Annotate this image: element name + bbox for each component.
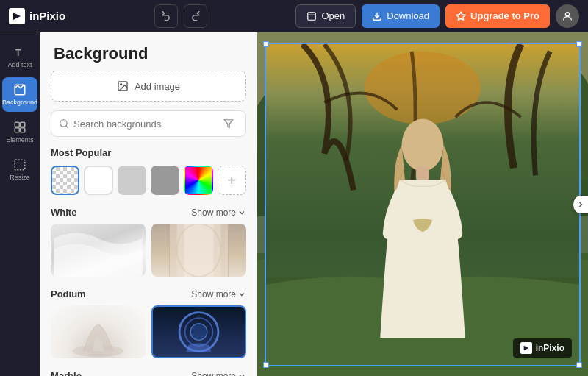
main-area: T Add text Background Elements Resize Ba… bbox=[0, 32, 588, 376]
svg-marker-16 bbox=[224, 120, 233, 128]
handle-bl[interactable] bbox=[263, 362, 269, 368]
logo: inPixio bbox=[9, 8, 65, 24]
show-more-white[interactable]: Show more bbox=[191, 207, 246, 218]
sidebar-item-background[interactable]: Background bbox=[2, 77, 37, 112]
category-podium-header: Podium Show more bbox=[51, 288, 246, 299]
panel-title: Background bbox=[54, 44, 243, 63]
svg-rect-34 bbox=[416, 166, 429, 180]
background-panel: Background Add image Most Popular + bbox=[40, 32, 257, 376]
topbar-left: inPixio bbox=[9, 8, 65, 24]
bg-thumb-podium-2[interactable] bbox=[151, 305, 246, 358]
handle-br[interactable] bbox=[576, 362, 582, 368]
search-bar bbox=[51, 110, 246, 137]
svg-rect-1 bbox=[308, 12, 316, 20]
svg-point-33 bbox=[402, 118, 444, 171]
sidebar-label-add-text: Add text bbox=[7, 61, 32, 68]
svg-marker-3 bbox=[456, 12, 465, 20]
svg-point-13 bbox=[121, 84, 122, 85]
canvas-area: inPixio bbox=[257, 32, 588, 376]
svg-rect-19 bbox=[184, 224, 214, 277]
handle-tl[interactable] bbox=[263, 41, 269, 47]
add-image-label: Add image bbox=[135, 81, 180, 92]
topbar-right: Open Download Upgrade to Pro bbox=[295, 4, 579, 28]
handle-tr[interactable] bbox=[576, 41, 582, 47]
watermark-icon bbox=[520, 342, 532, 354]
swatch-darkgray[interactable] bbox=[151, 166, 179, 195]
download-button[interactable]: Download bbox=[362, 4, 440, 28]
category-white-header: White Show more bbox=[51, 207, 246, 218]
watermark: inPixio bbox=[513, 338, 572, 358]
download-label: Download bbox=[387, 10, 429, 21]
svg-rect-10 bbox=[21, 128, 25, 132]
svg-point-31 bbox=[365, 51, 481, 124]
svg-text:T: T bbox=[15, 48, 21, 58]
swatch-rainbow[interactable] bbox=[184, 166, 212, 195]
logo-text: inPixio bbox=[29, 10, 65, 22]
open-button[interactable]: Open bbox=[295, 4, 356, 28]
panel-content: Add image Most Popular + White bbox=[40, 71, 257, 376]
swatch-white[interactable] bbox=[84, 166, 112, 195]
bg-thumb-white-1[interactable] bbox=[51, 224, 146, 277]
sidebar-label-elements: Elements bbox=[6, 136, 34, 143]
svg-rect-7 bbox=[15, 122, 19, 127]
show-more-podium[interactable]: Show more bbox=[191, 289, 246, 299]
color-swatches: + bbox=[51, 166, 246, 195]
svg-point-14 bbox=[60, 120, 67, 127]
category-podium-label: Podium bbox=[51, 288, 86, 299]
sidebar-item-add-text[interactable]: T Add text bbox=[2, 40, 37, 74]
white-backgrounds-grid bbox=[51, 224, 246, 277]
svg-rect-8 bbox=[21, 122, 25, 127]
svg-point-26 bbox=[190, 324, 207, 341]
open-label: Open bbox=[321, 10, 345, 21]
swatch-lightgray[interactable] bbox=[118, 166, 146, 195]
podium-backgrounds-grid bbox=[51, 305, 246, 358]
category-marble-header: Marble Show more bbox=[51, 370, 246, 376]
redo-button[interactable] bbox=[184, 4, 207, 28]
swatch-transparent[interactable] bbox=[51, 166, 79, 195]
logo-icon bbox=[9, 8, 25, 24]
canvas-image[interactable]: inPixio bbox=[265, 43, 581, 366]
watermark-text: inPixio bbox=[536, 343, 564, 353]
canvas-right-arrow[interactable] bbox=[573, 196, 588, 213]
svg-marker-0 bbox=[13, 13, 21, 20]
upgrade-label: Upgrade to Pro bbox=[470, 10, 539, 21]
most-popular-title: Most Popular bbox=[51, 147, 246, 158]
add-image-button[interactable]: Add image bbox=[51, 71, 246, 102]
sidebar-icons: T Add text Background Elements Resize bbox=[0, 32, 40, 376]
svg-rect-9 bbox=[15, 128, 19, 132]
bg-thumb-podium-1[interactable] bbox=[51, 305, 146, 358]
bg-thumb-white-2[interactable] bbox=[151, 224, 246, 277]
user-avatar[interactable] bbox=[556, 4, 579, 28]
search-icon bbox=[59, 118, 69, 129]
sidebar-item-resize[interactable]: Resize bbox=[2, 152, 37, 187]
panel-header: Background bbox=[40, 32, 257, 71]
search-input[interactable] bbox=[74, 118, 223, 130]
svg-line-15 bbox=[66, 126, 68, 128]
category-white-label: White bbox=[51, 207, 76, 218]
sidebar-label-background: Background bbox=[2, 99, 37, 106]
topbar-center bbox=[154, 4, 207, 28]
svg-point-4 bbox=[565, 12, 569, 15]
sidebar-label-resize: Resize bbox=[10, 174, 30, 181]
category-marble-label: Marble bbox=[51, 370, 82, 376]
topbar: inPixio Open Download Upgrade to Pro bbox=[0, 0, 588, 32]
upgrade-button[interactable]: Upgrade to Pro bbox=[445, 4, 550, 28]
swatch-add-button[interactable]: + bbox=[218, 166, 246, 195]
svg-marker-35 bbox=[523, 345, 528, 350]
sidebar-item-elements[interactable]: Elements bbox=[2, 115, 37, 149]
show-more-marble[interactable]: Show more bbox=[191, 371, 246, 377]
undo-button[interactable] bbox=[154, 4, 178, 28]
svg-rect-11 bbox=[15, 160, 25, 170]
filter-icon[interactable] bbox=[223, 118, 234, 129]
